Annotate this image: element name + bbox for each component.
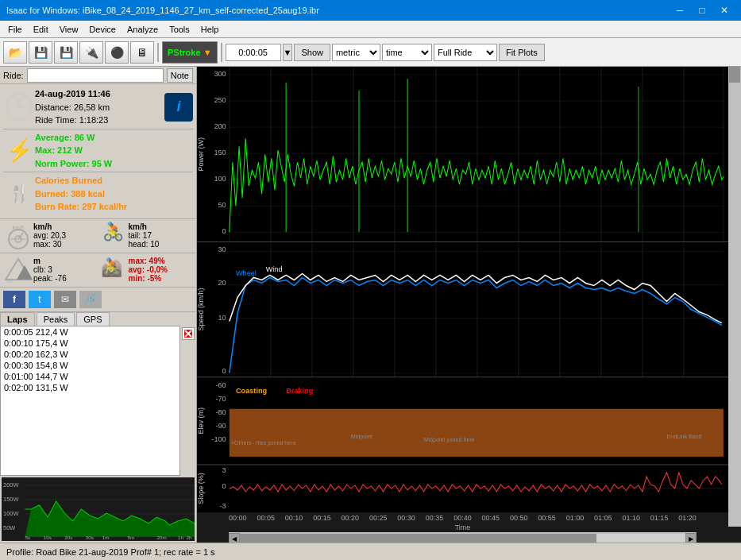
note-button[interactable]: Note	[167, 68, 193, 83]
tab-laps[interactable]: Laps	[0, 312, 35, 326]
svg-text:🚵: 🚵	[101, 257, 123, 278]
calories-title: Calories Burned	[35, 174, 127, 187]
time-label: 01:05	[594, 514, 612, 522]
time-label: 01:10	[622, 514, 640, 522]
fullride-select[interactable]: Full Ride Lap	[434, 44, 497, 61]
calories-stat-text: Calories Burned Burned: 388 kcal Burn Ra…	[35, 174, 127, 214]
ibike-logo: i	[164, 93, 193, 122]
menu-edit[interactable]: Edit	[29, 23, 53, 36]
save-button[interactable]: 💾	[29, 41, 52, 64]
ride-input[interactable]	[27, 68, 164, 83]
mountain-icon: m	[3, 255, 33, 285]
svg-text:0: 0	[222, 367, 226, 375]
svg-rect-36	[197, 67, 728, 241]
menu-device[interactable]: Device	[84, 23, 121, 36]
svg-text:200W: 200W	[3, 481, 19, 489]
svg-text:-80: -80	[215, 408, 226, 416]
svg-text:100W: 100W	[3, 510, 19, 517]
svg-text:Wind: Wind	[266, 266, 283, 274]
lap-item[interactable]: 0:01:00 144,7 W	[1, 371, 179, 382]
time-label: 00:25	[369, 514, 388, 522]
svg-text:Speed (km/h): Speed (km/h)	[197, 288, 205, 331]
lap-item[interactable]: 0:02:00 131,5 W	[1, 382, 179, 393]
svg-text:30s: 30s	[86, 535, 94, 540]
calories-burned: Burned: 388 kcal	[35, 187, 127, 201]
maximize-button[interactable]: □	[692, 3, 712, 17]
fork-knife-icon: 🍴	[3, 178, 35, 210]
time-label: 01:15	[650, 514, 669, 522]
tab-gps[interactable]: GPS	[76, 312, 109, 326]
laps-list[interactable]: 0:00:05 212,4 W 0:00:10 175,4 W 0:00:20 …	[0, 326, 180, 477]
fitplots-button[interactable]: Fit Plots	[499, 44, 545, 61]
svg-point-3	[17, 106, 21, 109]
svg-text:150W: 150W	[3, 496, 19, 503]
time-input[interactable]	[226, 44, 281, 61]
delete-lap-button[interactable]	[182, 327, 195, 340]
metric-select[interactable]: metric imperial	[332, 44, 380, 61]
time-label: 00:00	[229, 514, 247, 522]
ride-time: Ride Time: 1:18:23	[35, 114, 110, 127]
svg-text:20m: 20m	[156, 535, 166, 540]
menu-analyze[interactable]: Analyze	[122, 23, 163, 36]
norm-power: Norm Power: 95 W	[35, 157, 112, 171]
save-as-button[interactable]: 💾	[54, 41, 78, 64]
svg-text:50W: 50W	[3, 524, 15, 531]
svg-text:EndLink Bas8: EndLink Bas8	[666, 434, 701, 439]
scroll-right-button[interactable]: ▶	[685, 533, 697, 543]
lap-item[interactable]: 0:00:10 175,4 W	[1, 338, 179, 349]
speed-avg: avg: 20,3	[33, 231, 98, 240]
time-labels-row: 00:00 00:05 00:10 00:15 00:20 00:25 00:3…	[197, 512, 728, 522]
vscroll-thumb[interactable]	[729, 67, 740, 83]
max-power: Max: 212 W	[35, 144, 112, 157]
record-button[interactable]: ⚫	[105, 41, 129, 64]
svg-text:Midpoint: Midpoint	[351, 434, 372, 440]
lap-item[interactable]: 0:00:30 154,8 W	[1, 360, 179, 371]
menu-file[interactable]: File	[3, 23, 27, 36]
svg-text:Elev (m): Elev (m)	[197, 407, 205, 434]
pstroke-button[interactable]: PStroke ▼	[162, 41, 218, 64]
power-stat-text: Average: 86 W Max: 212 W Norm Power: 95 …	[35, 131, 112, 171]
time-label: 00:15	[313, 514, 331, 522]
time-select[interactable]: time distance	[382, 44, 432, 61]
menu-help[interactable]: Help	[196, 23, 224, 36]
facebook-icon[interactable]: f	[3, 291, 25, 308]
menu-tools[interactable]: Tools	[164, 23, 195, 36]
laps-content: 0:00:05 212,4 W 0:00:10 175,4 W 0:00:20 …	[0, 326, 196, 543]
svg-text:10s: 10s	[44, 535, 52, 540]
time-label: 01:20	[678, 514, 697, 522]
open-button[interactable]: 📂	[3, 41, 27, 64]
menubar: File Edit View Device Analyze Tools Help	[0, 21, 741, 38]
date-stat-text: 24-aug-2019 11:46 Distance: 26,58 km Rid…	[35, 87, 110, 127]
speed-head: head: 10	[129, 240, 194, 249]
minimize-button[interactable]: ─	[670, 3, 690, 17]
svg-marker-25	[25, 501, 195, 537]
share-icon[interactable]: 🔗	[79, 291, 102, 308]
scroll-left-button[interactable]: ◀	[229, 533, 240, 543]
twitter-icon[interactable]: t	[29, 291, 51, 308]
show-button[interactable]: Show	[294, 44, 330, 61]
lap-item[interactable]: 0:00:05 212,4 W	[1, 326, 179, 338]
close-button[interactable]: ✕	[714, 3, 735, 17]
vertical-scrollbar[interactable]	[728, 67, 741, 527]
usb-button[interactable]: 🔌	[79, 41, 103, 64]
svg-text:-70: -70	[215, 395, 226, 403]
tab-peaks[interactable]: Peaks	[37, 312, 75, 326]
scroll-thumb[interactable]	[240, 534, 596, 543]
svg-text:Coasting: Coasting	[236, 387, 267, 395]
svg-text:0: 0	[222, 227, 226, 235]
time-label: 00:10	[285, 514, 303, 522]
svg-text:-100: -100	[211, 435, 226, 443]
svg-text:10: 10	[218, 314, 226, 322]
elev-left: m clb: 3 peak: -76	[33, 257, 98, 283]
email-icon[interactable]: ✉	[54, 291, 76, 308]
menu-view[interactable]: View	[55, 23, 83, 36]
slope-avg: avg: -0,0%	[129, 265, 194, 274]
time-label: 00:05	[257, 514, 275, 522]
screen-button[interactable]: 🖥	[130, 41, 154, 64]
svg-text:20s: 20s	[64, 535, 72, 540]
horizontal-scrollbar[interactable]: ◀ ▶	[229, 532, 697, 543]
svg-text:km/h: km/h	[12, 225, 24, 230]
svg-text:50: 50	[218, 201, 226, 209]
time-dropdown[interactable]: ▼	[283, 44, 293, 61]
lap-item[interactable]: 0:00:20 162,3 W	[1, 349, 179, 360]
